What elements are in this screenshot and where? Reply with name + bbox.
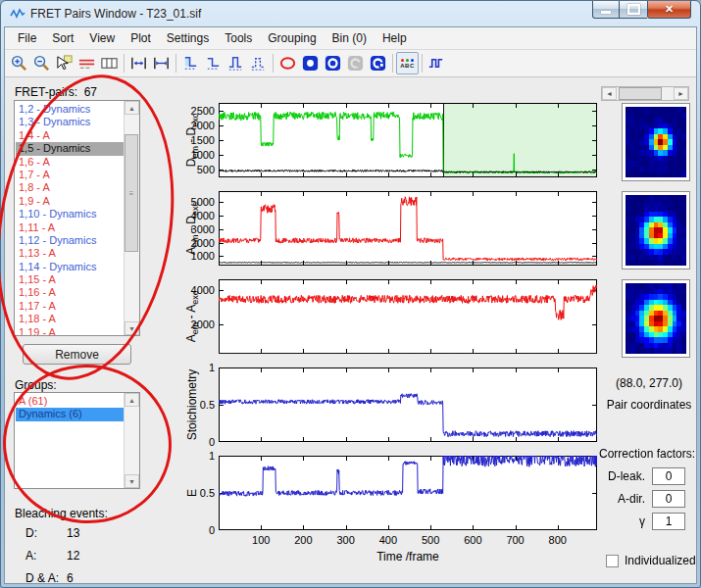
pair-scrollbar: ◄ ► (601, 86, 689, 101)
plot-canvas-acceptor-emission-acceptor-excitation[interactable] (219, 279, 597, 354)
x-tick-label: 800 (541, 534, 575, 546)
pair-scroll-thumb[interactable] (619, 87, 662, 100)
plot-canvas-acceptor-emission-donor-excitation[interactable] (219, 191, 597, 266)
pairs-scroll-thumb[interactable]: ≡ (125, 134, 138, 252)
list-item[interactable]: 1,3 - Dynamics (16, 116, 124, 128)
abc-labels-toggle[interactable]: ABC (396, 52, 419, 74)
maximize-button[interactable] (620, 1, 647, 19)
ellipse-roi-icon[interactable] (276, 52, 299, 74)
threshold-lines-icon[interactable] (75, 52, 98, 74)
scroll-up-icon[interactable]: ▲ (125, 101, 139, 115)
groups-list-scrollbar: ▲ ▼ (124, 393, 139, 488)
individualized-checkbox[interactable] (606, 555, 619, 567)
close-button[interactable]: ✕ (647, 1, 691, 19)
pair-image-canvas (626, 283, 686, 354)
plot-canvas-stoichiometry[interactable] (219, 368, 597, 442)
menu-item-view[interactable]: View (81, 28, 123, 48)
list-item[interactable]: 1,4 - A (16, 129, 124, 142)
list-item[interactable]: 1,6 - A (16, 156, 124, 169)
client-area: FileSortViewPlotSettingsToolsGroupingBin… (4, 26, 697, 584)
pair-image-canvas (626, 195, 686, 266)
list-item[interactable]: 1,14 - Dynamics (16, 261, 124, 273)
list-item[interactable]: A (61) (16, 395, 124, 408)
plot-canvas-fret-efficiency[interactable] (219, 456, 597, 530)
group-spot-icon[interactable] (367, 52, 389, 74)
list-item[interactable]: 1,2 - Dynamics (16, 103, 124, 116)
plot-ylabel: Aem - Aexc (184, 291, 200, 343)
y-tick-label: 0.5 (175, 399, 215, 411)
menu-item-file[interactable]: File (10, 28, 44, 48)
scroll-down-icon[interactable]: ▼ (125, 474, 139, 488)
zoom-in-icon[interactable] (8, 52, 30, 74)
pair-image-2 (622, 191, 690, 270)
ring-spot-icon[interactable] (322, 52, 344, 74)
zoom-out-icon[interactable] (30, 52, 53, 74)
x-axis-label: Time /frame (219, 550, 597, 564)
set-width-icon[interactable] (127, 52, 150, 74)
fit-width-icon[interactable] (150, 52, 173, 74)
scroll-right-icon[interactable]: ► (674, 87, 688, 100)
panels-icon[interactable] (98, 52, 121, 74)
list-item[interactable]: 1,19 - A (16, 326, 124, 336)
main-area: FRET-pairs: 67 1,2 - Dynamics1,3 - Dynam… (5, 76, 696, 583)
remove-button[interactable]: Remove (23, 344, 131, 365)
groups-listbox: A (61)Dynamics (6) ▲ ▼ (14, 392, 140, 489)
bleach-step-none-icon[interactable] (247, 52, 270, 74)
close-icon: ✕ (665, 3, 674, 16)
correction-row: A-dir. (589, 490, 693, 508)
pulse-trace-icon[interactable] (426, 52, 448, 74)
list-item[interactable]: 1,9 - A (16, 195, 124, 208)
bleach-step-both-icon[interactable] (225, 52, 247, 74)
menu-item-sort[interactable]: Sort (44, 28, 81, 48)
y-tick-label: 4000 (175, 210, 215, 221)
correction-input[interactable] (652, 467, 685, 485)
list-item[interactable]: Dynamics (6) (16, 408, 124, 420)
abc-dots-icon (401, 59, 414, 62)
list-item[interactable]: 1,12 - Dynamics (16, 234, 124, 247)
list-item[interactable]: 1,7 - A (16, 169, 124, 181)
list-item[interactable]: 1,15 - A (16, 273, 124, 286)
plot-canvas-donor-emission-donor-excitation[interactable] (219, 103, 597, 177)
toolbar: ABC (5, 50, 696, 77)
menu-item-tools[interactable]: Tools (217, 28, 260, 48)
toolbar-separator (422, 54, 423, 73)
list-item[interactable]: 1,10 - Dynamics (16, 208, 124, 220)
toolbar-separator (273, 54, 274, 73)
menu-item-bin-0[interactable]: Bin (0) (325, 28, 375, 48)
bleach-step-acceptor-icon[interactable] (202, 52, 225, 74)
filled-spot-icon[interactable] (299, 52, 322, 74)
pair-coordinates-value: (88.0, 277.0) (597, 376, 701, 390)
scroll-up-icon[interactable]: ▲ (125, 393, 139, 407)
menu-item-settings[interactable]: Settings (159, 28, 217, 48)
minimize-button[interactable] (592, 1, 620, 19)
list-item[interactable]: 1,5 - Dynamics (16, 142, 124, 155)
list-item[interactable]: 1,11 - A (16, 221, 124, 234)
menu-item-help[interactable]: Help (375, 28, 415, 48)
correction-input[interactable] (652, 490, 685, 508)
list-item[interactable]: 1,17 - A (16, 300, 124, 313)
list-item[interactable]: 1,8 - A (16, 181, 124, 194)
toolbar-separator (124, 54, 125, 73)
plot-donor-emission-donor-excitation: Dem - Dexc5001000150020002500 (175, 103, 597, 177)
bleaching-value: 12 (67, 549, 79, 563)
menu-item-plot[interactable]: Plot (123, 28, 159, 48)
scroll-left-icon[interactable]: ◄ (602, 87, 617, 100)
bleaching-value: 6 (67, 571, 74, 585)
correction-row: γ (589, 513, 693, 530)
y-tick-label: 0 (175, 436, 215, 448)
list-item[interactable]: 1,13 - A (16, 247, 124, 260)
list-item[interactable]: 1,18 - A (16, 313, 124, 325)
list-item[interactable]: 1,16 - A (16, 286, 124, 299)
correction-input[interactable] (652, 513, 685, 530)
y-tick-label: 2000 (175, 237, 215, 249)
x-tick-label: 100 (244, 534, 277, 546)
data-cursor-icon[interactable] (53, 52, 75, 74)
scroll-down-icon[interactable]: ▼ (125, 321, 139, 335)
menu-bar: FileSortViewPlotSettingsToolsGroupingBin… (5, 27, 696, 50)
window-title: FRET Pairs Window - T23_01.sif (30, 7, 201, 21)
y-tick-label: 0 (175, 524, 215, 536)
bleach-step-donor-icon[interactable] (179, 52, 202, 74)
bleaching-label: D & A: (25, 571, 59, 585)
spot-disabled-icon[interactable] (344, 52, 367, 74)
menu-item-grouping[interactable]: Grouping (260, 28, 324, 48)
